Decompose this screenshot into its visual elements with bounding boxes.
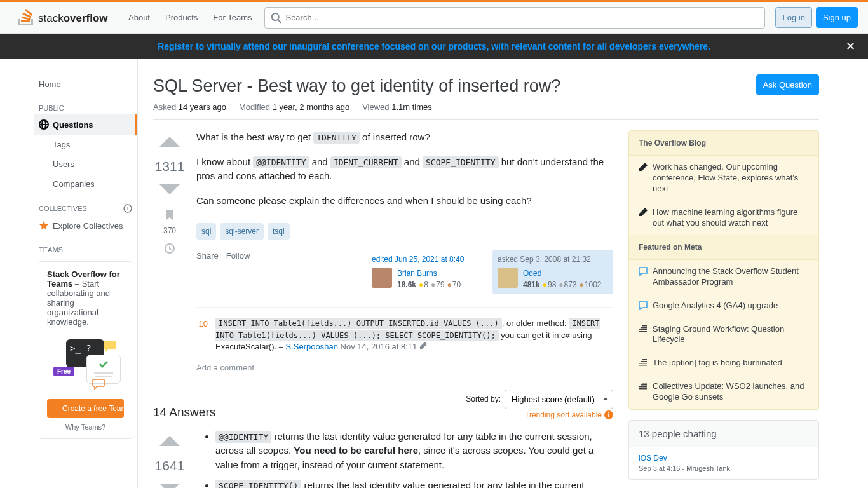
- comment-score: 10: [196, 318, 208, 353]
- chat-room[interactable]: iOS Dev Sep 3 at 4:16 - Mrugesh Tank: [629, 447, 818, 479]
- nav-about[interactable]: About: [121, 8, 158, 27]
- search-icon: [271, 12, 282, 24]
- downvote-button[interactable]: [158, 178, 181, 203]
- question-title: SQL Server - Best way to get identity of…: [153, 74, 560, 97]
- top-nav: About Products For Teams: [121, 8, 259, 27]
- nav-explore-collectives-label: Explore Collectives: [53, 221, 123, 231]
- pencil-icon: [419, 342, 427, 349]
- sorted-by-label: Sorted by:: [466, 395, 501, 403]
- upvote-button[interactable]: [158, 430, 181, 454]
- owner-stats: 481k988731002: [523, 279, 602, 290]
- nav-section-collectives: COLLECTIVES i: [34, 194, 137, 215]
- meta-header: Featured on Meta: [629, 235, 818, 260]
- free-badge: Free: [53, 367, 74, 376]
- meta-viewed: Viewed 1.1m times: [362, 102, 432, 112]
- ask-question-button[interactable]: Ask Question: [756, 74, 819, 95]
- announcement-close-icon[interactable]: ✕: [846, 39, 855, 53]
- blog-widget: The Overflow Blog Work has changed. Our …: [628, 130, 819, 410]
- meta-item[interactable]: The [option] tag is being burninated: [629, 351, 818, 375]
- svg-text:i: i: [127, 205, 129, 212]
- asked-time: asked Sep 3, 2008 at 21:32: [498, 254, 608, 265]
- stack-icon: [639, 358, 648, 367]
- meta-item[interactable]: Staging Ground Workflow: Question Lifecy…: [629, 318, 818, 352]
- announcement-link[interactable]: Register to virtually attend our inaugur…: [158, 41, 710, 51]
- editor-card: edited Jun 25, 2021 at 8:40 Brian Burns …: [367, 250, 487, 294]
- follow-link[interactable]: Follow: [226, 250, 250, 262]
- vote-column: 1641: [153, 430, 186, 489]
- pencil-icon: [639, 163, 648, 172]
- info-icon: i: [604, 410, 613, 419]
- blog-item[interactable]: Work has changed. Our upcoming conferenc…: [629, 156, 818, 201]
- comment-author[interactable]: S.Serpooshan: [286, 342, 338, 351]
- login-button[interactable]: Log in: [775, 7, 811, 28]
- question-post: 1311 370 What is the best way to get IDE…: [153, 130, 613, 374]
- nav-section-public: PUBLIC: [34, 94, 137, 114]
- avatar[interactable]: [498, 268, 518, 288]
- add-comment-link[interactable]: Add a comment: [196, 362, 613, 374]
- left-sidebar: Home PUBLIC Questions Tags Users Compani…: [34, 59, 138, 488]
- blog-item[interactable]: How machine learning algorithms figure o…: [629, 201, 818, 235]
- chat-widget: 13 people chatting iOS Dev Sep 3 at 4:16…: [628, 420, 819, 480]
- sort-select[interactable]: Highest score (default): [505, 390, 613, 409]
- meta-item[interactable]: Announcing the Stack Overflow Student Am…: [629, 260, 818, 294]
- editor-stats: 18.6k87970: [397, 279, 461, 290]
- tag-sql[interactable]: sql: [196, 223, 216, 240]
- chat-room-name[interactable]: iOS Dev: [639, 454, 809, 463]
- chat-header[interactable]: 13 people chatting: [629, 421, 818, 447]
- nav-users[interactable]: Users: [34, 154, 137, 174]
- teams-card: Stack Overflow for Teams – Start collabo…: [39, 261, 132, 439]
- globe-icon: [39, 119, 49, 130]
- announcement-bar: Register to virtually attend our inaugur…: [0, 34, 868, 59]
- info-icon[interactable]: i: [123, 204, 132, 213]
- question-tags: sql sql-server tsql: [196, 223, 613, 240]
- tag-tsql[interactable]: tsql: [268, 223, 290, 240]
- why-teams-link[interactable]: Why Teams?: [47, 423, 124, 431]
- comment-body: INSERT INTO Table1(fields...) OUTPUT INS…: [215, 318, 613, 353]
- topbar: stackoverflow About Products For Teams L…: [0, 2, 868, 34]
- question-meta: Asked 14 years ago Modified 1 year, 2 mo…: [153, 97, 819, 120]
- speech-bubble-icon: [104, 341, 116, 352]
- timeline-button[interactable]: [164, 243, 175, 256]
- sort-controls: Sorted by: Highest score (default) Trend…: [466, 390, 613, 419]
- answer-body: @@IDENTITY returns the last identity val…: [196, 430, 613, 489]
- svg-text:i: i: [608, 412, 610, 419]
- avatar[interactable]: [372, 268, 392, 288]
- trending-sort-link[interactable]: Trending sort available i: [525, 410, 613, 419]
- upvote-button[interactable]: [158, 130, 181, 155]
- meta-item[interactable]: Collectives Update: WSO2 launches, and G…: [629, 375, 818, 409]
- create-team-button[interactable]: Create a free Team: [47, 399, 124, 418]
- speech-bubble-icon: [639, 301, 648, 310]
- stackoverflow-logo-icon: stackoverflow: [18, 8, 113, 27]
- nav-section-teams: TEAMS: [34, 236, 137, 256]
- post-actions: Share Follow: [196, 250, 250, 262]
- teams-card-text: Stack Overflow for Teams – Start collabo…: [47, 269, 124, 327]
- tag-sql-server[interactable]: sql-server: [220, 223, 264, 240]
- nav-for-teams[interactable]: For Teams: [205, 8, 259, 27]
- nav-questions[interactable]: Questions: [34, 114, 137, 135]
- search-wrap: [264, 7, 765, 29]
- comment-date[interactable]: Nov 14, 2016 at 8:11: [341, 342, 417, 351]
- auth-buttons: Log in Sign up: [775, 7, 858, 28]
- downvote-button[interactable]: [158, 477, 181, 489]
- share-link[interactable]: Share: [196, 250, 219, 262]
- list-item: SCOPE_IDENTITY() returns the last identi…: [215, 478, 613, 488]
- edit-time[interactable]: edited Jun 25, 2021 at 8:40: [372, 254, 482, 265]
- editor-name[interactable]: Brian Burns: [397, 268, 461, 279]
- nav-home[interactable]: Home: [34, 74, 137, 94]
- nav-explore-collectives[interactable]: Explore Collectives: [34, 215, 137, 236]
- bookmark-count: 370: [163, 226, 176, 235]
- nav-tags[interactable]: Tags: [34, 135, 137, 154]
- bookmark-button[interactable]: [164, 209, 175, 222]
- owner-name[interactable]: Oded: [523, 268, 602, 279]
- meta-item[interactable]: Google Analytics 4 (GA4) upgrade: [629, 294, 818, 318]
- speech-bubble-icon: [639, 267, 648, 276]
- nav-companies[interactable]: Companies: [34, 174, 137, 194]
- search-input[interactable]: [264, 7, 765, 29]
- star-icon: [39, 220, 49, 231]
- nav-products[interactable]: Products: [158, 8, 205, 27]
- chat-room-meta: Sep 3 at 4:16 - Mrugesh Tank: [639, 464, 730, 472]
- pencil-icon: [639, 208, 648, 217]
- signup-button[interactable]: Sign up: [816, 7, 858, 28]
- logo[interactable]: stackoverflow: [10, 8, 121, 27]
- meta-modified[interactable]: Modified 1 year, 2 months ago: [239, 102, 349, 112]
